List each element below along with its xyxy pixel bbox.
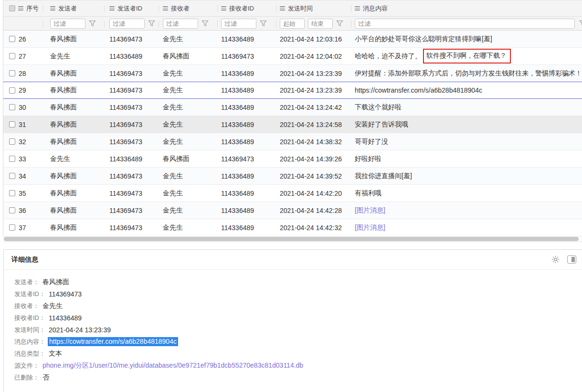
table-row[interactable]: 37 春风拂面 114369473 金先生 114336489 2021-04-… — [3, 219, 582, 236]
sender-filter-input[interactable] — [50, 19, 85, 29]
sender-id-cell: 114336489 — [105, 48, 159, 64]
image-message-link[interactable]: [图片消息] — [355, 206, 385, 215]
column-header-sender[interactable]: 发送者 — [43, 0, 105, 16]
table-row[interactable]: 29 春风拂面 114369473 金先生 114336489 2021-04-… — [3, 82, 582, 99]
filter-row — [3, 17, 582, 31]
source-file-link[interactable]: phone.img/分区1/user/10/me.yidui/databases… — [42, 361, 303, 370]
row-checkbox[interactable] — [9, 104, 15, 110]
filter-cell-receiver — [159, 17, 218, 30]
message-cell: 安装好了告诉我哦 — [351, 116, 582, 133]
row-checkbox[interactable] — [9, 190, 15, 196]
time-start-filter-input[interactable] — [280, 19, 305, 29]
message-text: 哥哥好了没 — [355, 138, 388, 146]
column-header-receiver-id[interactable]: 接收者ID — [218, 0, 276, 16]
sender-cell: 春风拂面 — [43, 116, 105, 133]
table-row[interactable]: 26 春风拂面 114369473 金先生 114336489 2021-04-… — [3, 31, 582, 48]
gear-icon[interactable] — [550, 254, 561, 265]
row-index: 31 — [19, 121, 26, 128]
send-time-cell: 2021-04-24 12:04:02 — [276, 48, 351, 64]
filter-funnel-icon[interactable] — [89, 20, 96, 27]
table-row[interactable]: 33 金先生 114336489 春风拂面 114369473 2021-04-… — [3, 150, 582, 168]
sender-cell: 春风拂面 — [43, 202, 105, 219]
column-header-index[interactable]: 序号 — [3, 0, 43, 16]
column-header-label: 发送者 — [58, 4, 77, 13]
horizontal-scrollbar[interactable] — [3, 236, 582, 242]
row-index: 35 — [19, 190, 26, 197]
column-header-receiver[interactable]: 接收者 — [159, 0, 218, 16]
message-filter-input[interactable] — [355, 19, 575, 29]
table-header-row: 序号 发送者 发送者ID 接收者 接收者ID 发送时间 — [3, 0, 582, 17]
table-row[interactable]: 34 春风拂面 114369473 金先生 114336489 2021-04-… — [3, 168, 582, 185]
receiver-filter-input[interactable] — [163, 19, 198, 29]
message-cell: 有福利哦 — [351, 185, 582, 201]
row-checkbox[interactable] — [9, 138, 15, 145]
send-time-cell: 2021-04-24 14:38:32 — [276, 133, 351, 150]
send-time-cell: 2021-04-24 13:24:58 — [276, 116, 351, 133]
message-text: 伊对提醒：添加外部联系方式后，切勿与对方发生钱财往来，警惕博彩骗术！ — [355, 69, 582, 78]
row-checkbox[interactable] — [9, 173, 15, 179]
detail-field-value: 否 — [42, 373, 49, 382]
row-checkbox[interactable] — [9, 121, 15, 127]
message-cell: 哈哈哈，迫不及待了。软件搜不到啊，在哪下载？ — [351, 48, 582, 64]
table-row[interactable]: 27 金先生 114336489 春风拂面 114369473 2021-04-… — [3, 48, 582, 65]
column-header-message[interactable]: 消息内容 — [351, 0, 582, 16]
row-checkbox[interactable] — [9, 87, 15, 94]
image-message-link[interactable]: [图片消息] — [355, 223, 385, 232]
sender-id-cell: 114369473 — [105, 219, 159, 236]
receiver-id-cell: 114336489 — [218, 99, 276, 116]
receiver-id-cell: 114336489 — [218, 116, 276, 133]
sender-id-filter-input[interactable] — [109, 19, 145, 29]
sender-cell: 金先生 — [43, 48, 105, 64]
row-checkbox[interactable] — [9, 156, 15, 162]
sender-cell: 春风拂面 — [43, 133, 105, 150]
table-row[interactable]: 35 春风拂面 114369473 金先生 114336489 2021-04-… — [3, 185, 582, 202]
filter-funnel-icon[interactable] — [336, 20, 343, 27]
filter-cell-sender — [43, 17, 105, 30]
horizontal-scrollbar-thumb[interactable] — [4, 237, 579, 241]
detail-field-row: 消息内容： https://cowtransfer.com/s/a6b28b48… — [14, 336, 582, 348]
receiver-id-filter-input[interactable] — [221, 19, 256, 29]
column-menu-icon — [355, 6, 360, 11]
message-cell: 伊对提醒：添加外部联系方式后，切勿与对方发生钱财往来，警惕博彩骗术！ — [351, 65, 582, 82]
table-row[interactable]: 31 春风拂面 114369473 金先生 114336489 2021-04-… — [3, 116, 582, 133]
receiver-id-cell: 114336489 — [218, 168, 276, 184]
filter-funnel-icon[interactable] — [148, 20, 155, 27]
sender-id-cell: 114369473 — [105, 168, 159, 184]
column-header-send-time[interactable]: 发送时间 — [276, 0, 351, 16]
detail-field-value: 114369473 — [49, 290, 82, 298]
row-checkbox[interactable] — [9, 70, 15, 76]
receiver-cell: 金先生 — [159, 116, 218, 133]
message-cell: 下载这个就好啦 — [351, 99, 582, 116]
row-checkbox[interactable] — [9, 207, 15, 213]
row-checkbox[interactable] — [9, 224, 15, 231]
table-row[interactable]: 32 春风拂面 114369473 金先生 114336489 2021-04-… — [3, 133, 582, 150]
filter-funnel-icon[interactable] — [260, 20, 267, 27]
message-cell: [图片消息] — [351, 202, 582, 219]
panel-toggle-icon[interactable] — [567, 255, 576, 264]
detail-fields: 发送者： 春风拂面 发送者ID： 114369473 接收者： 金先生 接收者I… — [4, 270, 582, 383]
column-header-label: 序号 — [26, 4, 39, 13]
table-row[interactable]: 36 春风拂面 114369473 金先生 114336489 2021-04-… — [3, 202, 582, 219]
row-checkbox[interactable] — [9, 36, 15, 42]
message-text: 有福利哦 — [355, 189, 381, 198]
message-text: 我拉你进直播间[羞] — [355, 172, 412, 180]
table-row[interactable]: 30 春风拂面 114369473 金先生 114336489 2021-04-… — [3, 99, 582, 116]
column-menu-icon — [221, 6, 226, 11]
message-text: 哈哈哈，迫不及待了。 — [355, 52, 422, 61]
sender-cell: 春风拂面 — [43, 219, 105, 236]
message-forensics-view: 序号 发送者 发送者ID 接收者 接收者ID 发送时间 — [0, 0, 582, 392]
select-all-checkbox[interactable] — [9, 5, 15, 11]
column-menu-icon — [280, 6, 285, 11]
receiver-cell: 金先生 — [159, 185, 218, 201]
filter-funnel-icon[interactable] — [579, 20, 582, 27]
receiver-id-cell: 114336489 — [218, 65, 276, 82]
message-cell: 哥哥好了没 — [351, 133, 582, 150]
column-header-label: 接收者ID — [229, 4, 254, 13]
time-end-filter-input[interactable] — [308, 19, 333, 29]
row-checkbox[interactable] — [9, 53, 15, 59]
table-row[interactable]: 28 春风拂面 114369473 金先生 114336489 2021-04-… — [3, 65, 582, 82]
detail-field-row: 发送者： 春风拂面 — [14, 276, 582, 288]
filter-funnel-icon[interactable] — [201, 20, 209, 27]
receiver-id-cell: 114336489 — [218, 133, 276, 150]
column-header-sender-id[interactable]: 发送者ID — [105, 0, 159, 16]
